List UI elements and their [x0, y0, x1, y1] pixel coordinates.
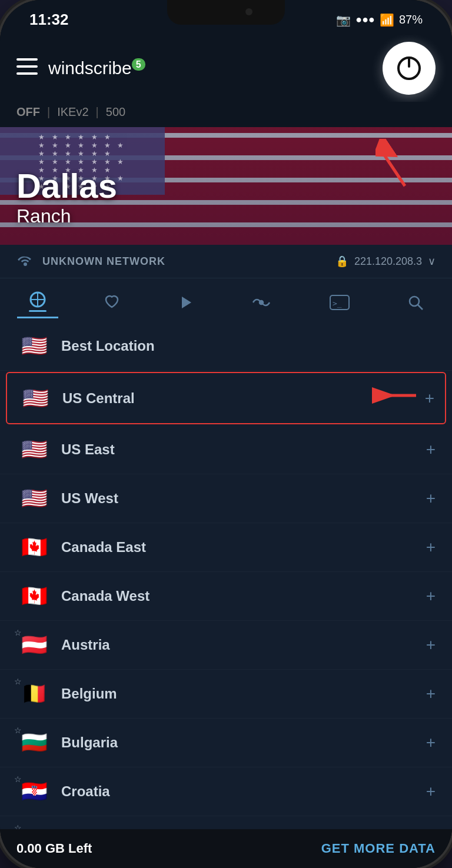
- svg-line-6: [381, 151, 405, 186]
- status-separator: |: [47, 105, 50, 119]
- arrow-up-annotation: [375, 139, 417, 194]
- wifi-icon: [16, 253, 34, 270]
- location-name: US East: [61, 441, 426, 458]
- expand-button[interactable]: +: [426, 636, 436, 654]
- location-name: Canada West: [61, 588, 426, 604]
- lock-icon: 🔒: [335, 255, 348, 268]
- location-name: Belgium: [61, 686, 426, 702]
- list-item[interactable]: 🇺🇸 US Central +: [6, 372, 446, 424]
- star-icon: ☆: [14, 774, 22, 784]
- data-remaining: 0.00 GB Left: [16, 841, 92, 856]
- app-title: windscribe5: [48, 58, 145, 78]
- list-item[interactable]: ☆ 🇧🇪 Belgium +: [0, 670, 452, 719]
- flag-icon: 🇺🇸: [16, 486, 52, 511]
- vpn-bandwidth: 500: [106, 105, 125, 119]
- expand-button[interactable]: +: [426, 538, 436, 557]
- expand-button[interactable]: +: [425, 389, 434, 408]
- svg-rect-0: [16, 58, 38, 61]
- tab-recent[interactable]: [165, 290, 205, 315]
- expand-button[interactable]: +: [426, 782, 436, 801]
- expand-button[interactable]: +: [426, 684, 436, 703]
- notification-icon: 📷: [336, 13, 351, 27]
- list-item[interactable]: 🇺🇸 US West +: [0, 474, 452, 523]
- hero-text: Dallas Ranch: [16, 166, 117, 227]
- svg-rect-1: [16, 65, 38, 68]
- tab-all[interactable]: [17, 287, 58, 318]
- arrow-left-annotation: [372, 384, 419, 413]
- expand-button[interactable]: +: [426, 440, 436, 459]
- tabs-bar: >_: [0, 278, 452, 322]
- list-item[interactable]: 🇺🇸 Best Location: [0, 322, 452, 371]
- svg-point-14: [410, 297, 419, 306]
- svg-rect-2: [16, 72, 38, 75]
- expand-button[interactable]: +: [426, 733, 436, 752]
- flag-icon: 🇺🇸: [16, 334, 52, 358]
- wifi-status-icon: 📶: [380, 13, 394, 27]
- tab-favorites[interactable]: [92, 290, 132, 315]
- vpn-status: OFF: [16, 105, 40, 119]
- flag-icon: 🇺🇸: [18, 386, 53, 411]
- notification-badge: 5: [132, 58, 145, 71]
- chevron-down-icon: ∨: [428, 255, 436, 268]
- svg-point-11: [260, 301, 263, 304]
- connection-status: OFF | IKEv2 | 500: [0, 102, 452, 127]
- location-name: US West: [61, 490, 426, 507]
- header-left: windscribe5: [16, 58, 145, 79]
- list-item[interactable]: ☆ 🇧🇬 Bulgaria +: [0, 719, 452, 767]
- list-item[interactable]: 🇺🇸 US East +: [0, 425, 452, 474]
- svg-marker-10: [182, 297, 191, 308]
- star-icon: ☆: [14, 823, 22, 829]
- tab-cli[interactable]: >_: [317, 290, 362, 315]
- tab-streaming[interactable]: [239, 290, 284, 315]
- expand-button[interactable]: +: [426, 489, 436, 508]
- vpn-protocol: IKEv2: [57, 105, 88, 119]
- network-right: 🔒 221.120.208.3 ∨: [335, 255, 436, 268]
- bottom-bar: 0.00 GB Left GET MORE DATA: [0, 829, 452, 868]
- list-item[interactable]: ☆ 🇨🇾 Cyprus +: [0, 816, 452, 829]
- status-icons: 📷 ●●● 📶 87%: [336, 13, 423, 27]
- app-header: windscribe5: [0, 35, 452, 102]
- list-item[interactable]: 🇨🇦 Canada West +: [0, 572, 452, 621]
- flag-icon: ☆ 🇦🇹: [16, 633, 52, 657]
- location-name: Best Location: [61, 338, 436, 354]
- network-bar[interactable]: UNKNOWN NETWORK 🔒 221.120.208.3 ∨: [0, 245, 452, 278]
- phone-frame: 11:32 📷 ●●● 📶 87% windscribe5: [0, 0, 452, 868]
- star-icon: ☆: [14, 628, 22, 637]
- city-name: Dallas: [16, 166, 117, 205]
- location-list: 🇺🇸 Best Location 🇺🇸 US Central: [0, 322, 452, 829]
- signal-icon: ●●●: [355, 14, 375, 26]
- location-name: Croatia: [61, 783, 426, 800]
- flag-icon: 🇺🇸: [16, 437, 52, 462]
- notch: [167, 0, 285, 25]
- flag-icon: ☆ 🇧🇪: [16, 681, 52, 706]
- battery-icon: 87%: [399, 13, 423, 26]
- status-time: 11:32: [29, 11, 69, 29]
- location-name: Austria: [61, 637, 426, 653]
- list-item[interactable]: ☆ 🇦🇹 Austria +: [0, 621, 452, 670]
- server-name: Ranch: [16, 205, 117, 227]
- status-separator2: |: [96, 105, 99, 119]
- location-name: Canada East: [61, 539, 426, 556]
- flag-icon: ☆ 🇨🇾: [16, 828, 52, 829]
- flag-icon: ☆ 🇭🇷: [16, 779, 52, 804]
- notch-camera: [245, 8, 252, 15]
- ip-address: 221.120.208.3: [354, 255, 422, 268]
- list-item[interactable]: ☆ 🇭🇷 Croatia +: [0, 767, 452, 816]
- svg-line-15: [418, 305, 423, 310]
- location-name: US Central: [62, 390, 372, 407]
- hamburger-button[interactable]: [16, 58, 38, 79]
- tab-search[interactable]: [396, 290, 436, 315]
- expand-button[interactable]: +: [426, 587, 436, 606]
- network-left: UNKNOWN NETWORK: [16, 253, 165, 270]
- get-more-data-button[interactable]: GET MORE DATA: [321, 841, 436, 856]
- flag-icon: 🇨🇦: [16, 584, 52, 608]
- phone-screen: 11:32 📷 ●●● 📶 87% windscribe5: [0, 0, 452, 868]
- flag-icon: 🇨🇦: [16, 535, 52, 560]
- power-button[interactable]: [383, 42, 436, 95]
- hero-area: ★ ★ ★ ★ ★ ★★ ★ ★ ★ ★ ★ ★★ ★ ★ ★ ★ ★★ ★ ★…: [0, 127, 452, 245]
- flag-icon: ☆ 🇧🇬: [16, 730, 52, 755]
- location-name: Bulgaria: [61, 734, 426, 751]
- list-item[interactable]: 🇨🇦 Canada East +: [0, 523, 452, 572]
- star-icon: ☆: [14, 726, 22, 735]
- star-icon: ☆: [14, 677, 22, 686]
